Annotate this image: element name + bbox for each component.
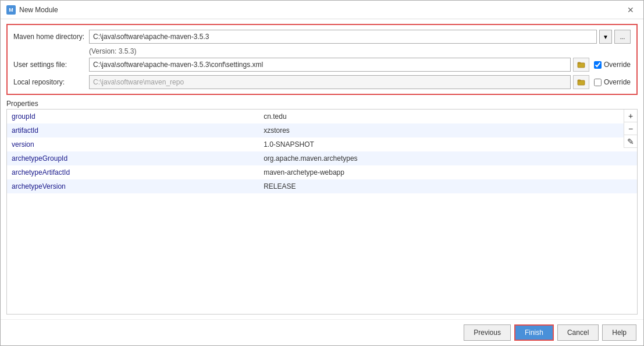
property-key: version	[7, 137, 259, 151]
table-row[interactable]: groupIdcn.tedu	[7, 110, 637, 123]
remove-property-button[interactable]: −	[624, 122, 637, 135]
dialog-title: New Module	[19, 6, 58, 14]
properties-table-container: groupIdcn.teduartifactIdxzstoresversion1…	[6, 109, 638, 315]
user-settings-label: User settings file:	[13, 61, 89, 69]
add-property-button[interactable]: +	[624, 110, 637, 122]
properties-section: Properties groupIdcn.teduartifactIdxzsto…	[6, 100, 638, 315]
local-repo-controls: Override	[89, 75, 631, 89]
maven-home-row: Maven home directory: ▼ ...	[13, 30, 631, 44]
finish-button[interactable]: Finish	[514, 324, 554, 341]
maven-home-dropdown-button[interactable]: ▼	[599, 30, 612, 44]
maven-version-text: (Version: 3.5.3)	[89, 47, 631, 55]
table-row[interactable]: archetypeArtifactIdmaven-archetype-webap…	[7, 165, 637, 179]
user-settings-override-container: Override	[594, 61, 631, 69]
property-value: xzstores	[259, 123, 637, 137]
user-settings-override-checkbox[interactable]	[594, 61, 602, 69]
close-button[interactable]: ✕	[624, 5, 638, 15]
properties-table: groupIdcn.teduartifactIdxzstoresversion1…	[7, 110, 637, 193]
table-toolbar: + − ✎	[624, 110, 637, 148]
user-settings-browse-button[interactable]	[573, 58, 589, 72]
local-repo-row: Local repository: Override	[13, 75, 631, 89]
local-repo-label: Local repository:	[13, 78, 89, 86]
folder-icon-local	[577, 78, 585, 86]
local-repo-override-container: Override	[594, 78, 631, 86]
user-settings-input[interactable]	[89, 58, 571, 72]
maven-home-input[interactable]	[89, 30, 597, 44]
dialog-body: Maven home directory: ▼ ... (Version: 3.…	[1, 19, 643, 319]
svg-rect-3	[578, 80, 581, 81]
maven-home-label: Maven home directory:	[13, 33, 89, 41]
maven-home-controls: ▼ ...	[89, 30, 631, 44]
help-button[interactable]: Help	[602, 324, 636, 341]
property-value: RELEASE	[259, 179, 637, 193]
local-repo-input[interactable]	[89, 75, 571, 89]
svg-rect-1	[578, 62, 581, 63]
properties-label: Properties	[6, 100, 638, 108]
dialog-footer: Previous Finish Cancel Help	[1, 319, 643, 345]
property-key: artifactId	[7, 123, 259, 137]
dialog-icon: M	[6, 5, 16, 15]
property-value: 1.0-SNAPSHOT	[259, 137, 637, 151]
local-repo-browse-button[interactable]	[573, 75, 589, 89]
maven-home-browse-button[interactable]: ...	[614, 30, 631, 44]
cancel-button[interactable]: Cancel	[557, 324, 599, 341]
edit-property-button[interactable]: ✎	[624, 135, 637, 148]
previous-button[interactable]: Previous	[464, 324, 511, 341]
new-module-dialog: M New Module ✕ Maven home directory: ▼ .…	[0, 0, 644, 346]
table-row[interactable]: archetypeGroupIdorg.apache.maven.archety…	[7, 151, 637, 165]
maven-section: Maven home directory: ▼ ... (Version: 3.…	[6, 24, 638, 95]
property-key: groupId	[7, 110, 259, 123]
user-settings-row: User settings file: Override	[13, 58, 631, 72]
folder-icon	[577, 61, 585, 69]
user-settings-override-label: Override	[604, 61, 631, 69]
table-row[interactable]: artifactIdxzstores	[7, 123, 637, 137]
property-value: cn.tedu	[259, 110, 637, 123]
user-settings-controls: Override	[89, 58, 631, 72]
title-bar-left: M New Module	[6, 5, 58, 15]
local-repo-override-checkbox[interactable]	[594, 79, 602, 86]
property-key: archetypeGroupId	[7, 151, 259, 165]
title-bar: M New Module ✕	[1, 1, 643, 19]
table-row[interactable]: version1.0-SNAPSHOT	[7, 137, 637, 151]
property-value: org.apache.maven.archetypes	[259, 151, 637, 165]
property-value: maven-archetype-webapp	[259, 165, 637, 179]
property-key: archetypeArtifactId	[7, 165, 259, 179]
local-repo-override-label: Override	[604, 78, 631, 86]
table-row[interactable]: archetypeVersionRELEASE	[7, 179, 637, 193]
property-key: archetypeVersion	[7, 179, 259, 193]
